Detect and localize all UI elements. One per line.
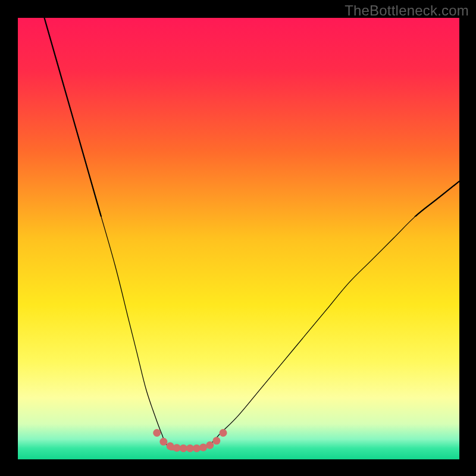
svg-point-8 [186, 444, 194, 452]
svg-point-5 [166, 442, 174, 450]
svg-point-12 [212, 437, 220, 444]
svg-point-3 [153, 429, 161, 437]
plot-area [18, 18, 459, 459]
svg-point-10 [199, 443, 207, 451]
svg-point-7 [180, 444, 187, 452]
svg-point-13 [220, 429, 227, 437]
svg-point-4 [159, 438, 167, 446]
svg-point-11 [206, 441, 214, 449]
chart-frame: TheBottleneck.com [0, 0, 476, 476]
svg-point-6 [173, 444, 181, 452]
svg-point-9 [193, 444, 201, 452]
watermark-text: TheBottleneck.com [345, 2, 469, 19]
